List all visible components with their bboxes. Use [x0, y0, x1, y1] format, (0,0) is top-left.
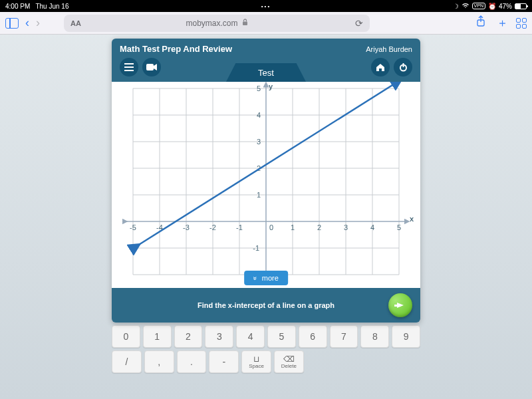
battery-icon: [515, 3, 527, 9]
status-handle-dots: •••: [261, 3, 271, 9]
key-slash[interactable]: /: [112, 350, 142, 373]
key-comma[interactable]: ,: [144, 350, 174, 373]
svg-text:5: 5: [257, 84, 261, 92]
key-delete-label: Delete: [281, 364, 297, 369]
svg-text:3: 3: [257, 138, 261, 146]
svg-text:3: 3: [344, 223, 348, 231]
key-5[interactable]: 5: [267, 325, 296, 348]
status-date: Thu Jun 16: [35, 3, 68, 10]
key-8[interactable]: 8: [360, 325, 389, 348]
coordinate-plane: -5-4-3-2-1 0 12345 5 4 3 2 1 -1 -2: [112, 82, 420, 288]
svg-text:5: 5: [397, 223, 401, 231]
question-text: Find the x-intercept of a line on a grap…: [198, 301, 334, 309]
svg-text:-3: -3: [183, 223, 190, 231]
status-time-date: 4:00 PM Thu Jun 16: [5, 3, 68, 10]
key-4[interactable]: 4: [236, 325, 265, 348]
key-dot[interactable]: .: [177, 350, 207, 373]
svg-text:1: 1: [257, 191, 261, 199]
tabs-button[interactable]: [516, 18, 527, 29]
plotted-line: [136, 82, 398, 247]
graph-panel: -5-4-3-2-1 0 12345 5 4 3 2 1 -1 -2 y x m…: [112, 82, 420, 288]
svg-text:-1: -1: [253, 244, 259, 252]
app-toolbar: Test: [112, 58, 420, 82]
question-strip: Find the x-intercept of a line on a grap…: [112, 288, 420, 323]
vpn-badge: VPN: [472, 3, 485, 9]
svg-text:2: 2: [317, 223, 321, 231]
key-2[interactable]: 2: [174, 325, 203, 348]
tab-test-label: Test: [258, 68, 274, 78]
status-right-cluster: ☽ VPN ⏰ 47%: [453, 3, 527, 10]
key-0[interactable]: 0: [112, 325, 140, 348]
key-delete[interactable]: ⌫ Delete: [274, 350, 304, 373]
wifi-icon: [462, 3, 469, 10]
x-axis-label: x: [410, 215, 414, 223]
ios-status-bar: 4:00 PM Thu Jun 16 ••• ☽ VPN ⏰ 47%: [0, 0, 532, 12]
svg-rect-0: [243, 21, 247, 25]
key-9[interactable]: 9: [392, 325, 420, 348]
numeric-keypad: 0 1 2 3 4 5 6 7 8 9 / , . - ⊔ Space ⌫ De…: [112, 325, 420, 373]
key-6[interactable]: 6: [299, 325, 327, 348]
back-button[interactable]: ‹: [25, 16, 29, 30]
app-header: Math Test Prep And Review Ariyah Burden: [112, 39, 420, 58]
keypad-row-2: / , . - ⊔ Space ⌫ Delete: [112, 350, 420, 373]
key-7[interactable]: 7: [330, 325, 358, 348]
page-title: Math Test Prep And Review: [120, 44, 232, 54]
video-button[interactable]: [142, 58, 161, 76]
svg-rect-2: [146, 64, 154, 70]
address-domain: mobymax.com: [186, 19, 237, 28]
key-space-label: Space: [249, 364, 264, 369]
text-size-button[interactable]: AA: [70, 19, 81, 27]
new-tab-button[interactable]: ＋: [495, 15, 509, 31]
svg-text:0: 0: [269, 223, 273, 231]
key-space[interactable]: ⊔ Space: [241, 350, 271, 373]
sidebar-toggle-icon[interactable]: [5, 18, 19, 29]
app-card: Math Test Prep And Review Ariyah Burden …: [112, 39, 420, 323]
status-time: 4:00 PM: [5, 3, 30, 10]
delete-icon: ⌫: [283, 355, 295, 363]
user-name: Ariyah Burden: [366, 45, 412, 53]
more-label: more: [262, 274, 279, 282]
battery-pct: 47%: [499, 3, 512, 10]
home-button[interactable]: [371, 58, 390, 76]
alarm-icon: ⏰: [488, 3, 496, 10]
tab-test[interactable]: Test: [226, 63, 306, 82]
key-1[interactable]: 1: [143, 325, 172, 348]
key-minus[interactable]: -: [209, 350, 239, 373]
menu-button[interactable]: [120, 58, 138, 76]
svg-text:-1: -1: [236, 223, 243, 231]
svg-rect-4: [402, 63, 404, 67]
dnd-icon: ☽: [453, 3, 459, 10]
more-button[interactable]: more: [244, 271, 288, 285]
space-icon: ⊔: [253, 355, 259, 363]
svg-text:-5: -5: [130, 223, 136, 231]
forward-button: ›: [36, 16, 40, 30]
svg-text:4: 4: [370, 223, 374, 231]
lock-icon: [242, 19, 248, 28]
svg-text:1: 1: [291, 223, 295, 231]
svg-text:-2: -2: [209, 223, 216, 231]
key-3[interactable]: 3: [205, 325, 233, 348]
address-bar[interactable]: AA mobymax.com ⟳: [64, 15, 370, 32]
svg-text:4: 4: [257, 111, 261, 119]
safari-toolbar: ‹ › AA mobymax.com ⟳ ＋: [0, 12, 532, 35]
reload-icon[interactable]: ⟳: [355, 18, 363, 29]
y-axis-label: y: [269, 82, 273, 90]
share-button[interactable]: [473, 15, 488, 31]
submit-button[interactable]: [388, 293, 412, 317]
power-button[interactable]: [394, 58, 412, 76]
keypad-row-1: 0 1 2 3 4 5 6 7 8 9: [112, 325, 420, 348]
